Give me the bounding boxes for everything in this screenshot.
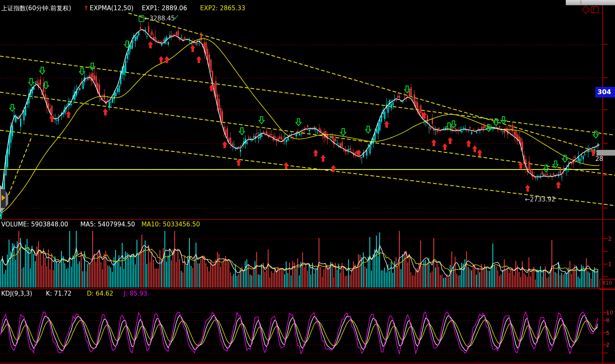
kdj-d-value: D: 64.62 <box>87 290 113 297</box>
window-titlebar-fragment <box>566 0 615 5</box>
split-window-icon-bar <box>593 7 594 12</box>
symbol-title[interactable]: 上证指数(60分钟.前复权) <box>1 5 71 12</box>
axis-label: 2 <box>608 235 612 242</box>
volume-ma5-label: MA5: 5407994.50 <box>80 221 135 228</box>
axis-label: 5 <box>606 330 610 336</box>
trendline-handle[interactable] <box>597 150 615 156</box>
up-arrow-icon: ↑ <box>84 5 89 12</box>
exp1-value: EXP1: 2889.06 <box>142 5 187 12</box>
swing-low-annotation: ←2733.92 <box>525 196 556 203</box>
axis-label: 10 <box>606 309 613 316</box>
kdj-label[interactable]: KDJ(9,3,3) <box>1 290 32 297</box>
expand-arrow-icon <box>2 195 5 201</box>
price-axis-badge: 304 <box>595 87 615 97</box>
split-window-icon[interactable] <box>591 6 599 13</box>
check-icon: ✓ <box>173 13 180 21</box>
trading-app-window: 上证指数(60分钟.前复权) ↑ EXPMA(12,50) EXP1: 2889… <box>0 0 615 364</box>
exp2-value: EXP2: 2865.33 <box>200 5 245 12</box>
indicator-label[interactable]: EXPMA(12,50) <box>90 5 134 12</box>
last-price-label: 28 <box>595 155 603 163</box>
trendline-endpoint-icon[interactable] <box>139 15 144 22</box>
kdj-k-value: K: 71.72 <box>46 290 72 297</box>
kdj-j-value: J: 85.93 <box>124 290 147 297</box>
axis-label: 8 <box>606 317 610 323</box>
titlebar-divider <box>581 0 581 5</box>
swing-high-annotation: ←3288.45 <box>144 15 175 22</box>
volume-ma10-label: MA10: 5033456.50 <box>141 221 200 228</box>
main-chart-canvas[interactable] <box>0 0 615 364</box>
axis-label: 1 <box>608 261 612 267</box>
volume-label[interactable]: VOLUME: 5903848.00 <box>1 221 68 228</box>
axis-label: 2 <box>606 341 610 348</box>
volume-scale-label: X10 <box>602 280 612 286</box>
